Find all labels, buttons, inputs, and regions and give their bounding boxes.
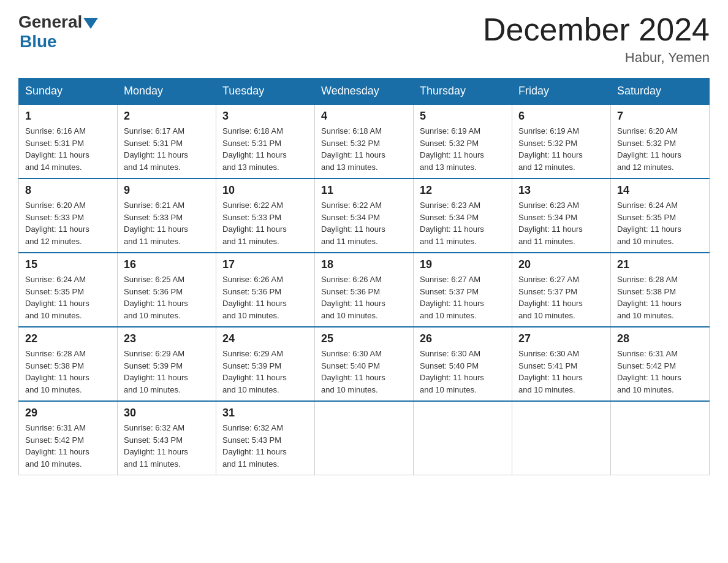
day-number: 14 [617, 184, 703, 197]
day-number: 23 [124, 332, 210, 345]
day-header-monday: Monday [118, 79, 216, 105]
day-info: Sunrise: 6:25 AM Sunset: 5:36 PM Dayligh… [124, 274, 210, 321]
day-info: Sunrise: 6:32 AM Sunset: 5:43 PM Dayligh… [124, 422, 210, 470]
day-number: 17 [222, 258, 308, 271]
calendar-cell: 6 Sunrise: 6:19 AM Sunset: 5:32 PM Dayli… [512, 104, 611, 178]
title-area: December 2024 Habur, Yemen [483, 12, 710, 66]
calendar-cell: 4 Sunrise: 6:18 AM Sunset: 5:32 PM Dayli… [315, 104, 414, 178]
day-info: Sunrise: 6:22 AM Sunset: 5:34 PM Dayligh… [321, 199, 407, 247]
day-header-wednesday: Wednesday [315, 79, 414, 105]
month-title: December 2024 [483, 12, 710, 47]
calendar-cell: 7 Sunrise: 6:20 AM Sunset: 5:32 PM Dayli… [611, 104, 710, 178]
day-number: 28 [617, 332, 703, 345]
calendar-cell: 5 Sunrise: 6:19 AM Sunset: 5:32 PM Dayli… [414, 104, 512, 178]
day-info: Sunrise: 6:18 AM Sunset: 5:31 PM Dayligh… [222, 125, 308, 173]
calendar-cell: 26 Sunrise: 6:30 AM Sunset: 5:40 PM Dayl… [414, 327, 512, 401]
day-info: Sunrise: 6:18 AM Sunset: 5:32 PM Dayligh… [321, 125, 407, 173]
day-number: 2 [124, 110, 210, 123]
calendar-cell: 22 Sunrise: 6:28 AM Sunset: 5:38 PM Dayl… [19, 327, 118, 401]
calendar-cell: 29 Sunrise: 6:31 AM Sunset: 5:42 PM Dayl… [19, 401, 118, 475]
calendar-cell: 20 Sunrise: 6:27 AM Sunset: 5:37 PM Dayl… [512, 253, 611, 327]
day-info: Sunrise: 6:26 AM Sunset: 5:36 PM Dayligh… [222, 274, 308, 321]
calendar-cell: 11 Sunrise: 6:22 AM Sunset: 5:34 PM Dayl… [315, 178, 414, 253]
day-info: Sunrise: 6:23 AM Sunset: 5:34 PM Dayligh… [420, 199, 506, 247]
day-info: Sunrise: 6:22 AM Sunset: 5:33 PM Dayligh… [222, 199, 308, 247]
day-number: 25 [321, 332, 407, 345]
day-info: Sunrise: 6:26 AM Sunset: 5:36 PM Dayligh… [321, 274, 407, 321]
calendar-cell: 24 Sunrise: 6:29 AM Sunset: 5:39 PM Dayl… [216, 327, 315, 401]
calendar-header-row: SundayMondayTuesdayWednesdayThursdayFrid… [19, 79, 710, 105]
calendar-cell: 30 Sunrise: 6:32 AM Sunset: 5:43 PM Dayl… [118, 401, 216, 475]
calendar-week-row: 29 Sunrise: 6:31 AM Sunset: 5:42 PM Dayl… [19, 401, 710, 475]
day-number: 1 [25, 110, 111, 123]
calendar-week-row: 22 Sunrise: 6:28 AM Sunset: 5:38 PM Dayl… [19, 327, 710, 401]
calendar-cell [611, 401, 710, 475]
day-info: Sunrise: 6:29 AM Sunset: 5:39 PM Dayligh… [124, 348, 210, 396]
day-number: 30 [124, 407, 210, 419]
day-number: 9 [124, 184, 210, 197]
day-number: 6 [518, 110, 604, 123]
day-number: 29 [25, 407, 111, 419]
day-info: Sunrise: 6:30 AM Sunset: 5:40 PM Dayligh… [420, 348, 506, 396]
page-header: General Blue December 2024 Habur, Yemen [18, 12, 710, 66]
day-number: 11 [321, 184, 407, 197]
day-info: Sunrise: 6:17 AM Sunset: 5:31 PM Dayligh… [124, 125, 210, 173]
logo-general-text: General [18, 12, 82, 32]
calendar-table: SundayMondayTuesdayWednesdayThursdayFrid… [18, 78, 710, 475]
logo: General Blue [18, 12, 98, 52]
calendar-cell: 8 Sunrise: 6:20 AM Sunset: 5:33 PM Dayli… [19, 178, 118, 253]
day-number: 21 [617, 258, 703, 271]
day-number: 5 [420, 110, 506, 123]
day-number: 13 [518, 184, 604, 197]
calendar-cell: 1 Sunrise: 6:16 AM Sunset: 5:31 PM Dayli… [19, 104, 118, 178]
day-number: 7 [617, 110, 703, 123]
calendar-cell: 28 Sunrise: 6:31 AM Sunset: 5:42 PM Dayl… [611, 327, 710, 401]
day-header-sunday: Sunday [19, 79, 118, 105]
day-header-tuesday: Tuesday [216, 79, 315, 105]
calendar-week-row: 15 Sunrise: 6:24 AM Sunset: 5:35 PM Dayl… [19, 253, 710, 327]
calendar-cell: 21 Sunrise: 6:28 AM Sunset: 5:38 PM Dayl… [611, 253, 710, 327]
day-info: Sunrise: 6:28 AM Sunset: 5:38 PM Dayligh… [617, 274, 703, 321]
logo-arrow-icon [83, 18, 98, 29]
day-number: 3 [222, 110, 308, 123]
calendar-cell: 13 Sunrise: 6:23 AM Sunset: 5:34 PM Dayl… [512, 178, 611, 253]
calendar-cell: 10 Sunrise: 6:22 AM Sunset: 5:33 PM Dayl… [216, 178, 315, 253]
day-info: Sunrise: 6:20 AM Sunset: 5:32 PM Dayligh… [617, 125, 703, 173]
day-info: Sunrise: 6:30 AM Sunset: 5:41 PM Dayligh… [518, 348, 604, 396]
calendar-cell: 27 Sunrise: 6:30 AM Sunset: 5:41 PM Dayl… [512, 327, 611, 401]
day-info: Sunrise: 6:27 AM Sunset: 5:37 PM Dayligh… [420, 274, 506, 321]
calendar-week-row: 8 Sunrise: 6:20 AM Sunset: 5:33 PM Dayli… [19, 178, 710, 253]
day-info: Sunrise: 6:31 AM Sunset: 5:42 PM Dayligh… [617, 348, 703, 396]
day-info: Sunrise: 6:24 AM Sunset: 5:35 PM Dayligh… [25, 274, 111, 321]
day-info: Sunrise: 6:24 AM Sunset: 5:35 PM Dayligh… [617, 199, 703, 247]
day-info: Sunrise: 6:29 AM Sunset: 5:39 PM Dayligh… [222, 348, 308, 396]
day-header-thursday: Thursday [414, 79, 512, 105]
day-number: 31 [222, 407, 308, 419]
day-info: Sunrise: 6:16 AM Sunset: 5:31 PM Dayligh… [25, 125, 111, 173]
day-info: Sunrise: 6:19 AM Sunset: 5:32 PM Dayligh… [518, 125, 604, 173]
calendar-cell: 12 Sunrise: 6:23 AM Sunset: 5:34 PM Dayl… [414, 178, 512, 253]
day-number: 10 [222, 184, 308, 197]
calendar-cell: 15 Sunrise: 6:24 AM Sunset: 5:35 PM Dayl… [19, 253, 118, 327]
day-info: Sunrise: 6:27 AM Sunset: 5:37 PM Dayligh… [518, 274, 604, 321]
calendar-cell: 31 Sunrise: 6:32 AM Sunset: 5:43 PM Dayl… [216, 401, 315, 475]
day-number: 15 [25, 258, 111, 271]
calendar-cell [315, 401, 414, 475]
day-info: Sunrise: 6:21 AM Sunset: 5:33 PM Dayligh… [124, 199, 210, 247]
logo-blue-text: Blue [20, 32, 57, 52]
day-info: Sunrise: 6:28 AM Sunset: 5:38 PM Dayligh… [25, 348, 111, 396]
day-number: 26 [420, 332, 506, 345]
day-number: 22 [25, 332, 111, 345]
day-number: 18 [321, 258, 407, 271]
calendar-cell: 19 Sunrise: 6:27 AM Sunset: 5:37 PM Dayl… [414, 253, 512, 327]
day-number: 19 [420, 258, 506, 271]
day-number: 4 [321, 110, 407, 123]
calendar-cell: 14 Sunrise: 6:24 AM Sunset: 5:35 PM Dayl… [611, 178, 710, 253]
calendar-cell: 2 Sunrise: 6:17 AM Sunset: 5:31 PM Dayli… [118, 104, 216, 178]
day-info: Sunrise: 6:31 AM Sunset: 5:42 PM Dayligh… [25, 422, 111, 470]
day-number: 12 [420, 184, 506, 197]
calendar-cell: 18 Sunrise: 6:26 AM Sunset: 5:36 PM Dayl… [315, 253, 414, 327]
day-number: 8 [25, 184, 111, 197]
day-info: Sunrise: 6:32 AM Sunset: 5:43 PM Dayligh… [222, 422, 308, 470]
calendar-week-row: 1 Sunrise: 6:16 AM Sunset: 5:31 PM Dayli… [19, 104, 710, 178]
